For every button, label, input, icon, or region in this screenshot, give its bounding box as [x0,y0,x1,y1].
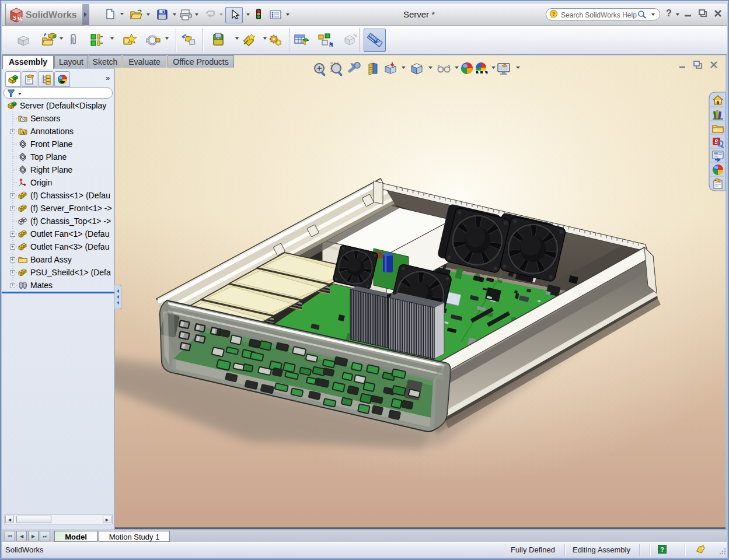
svg-text:W: W [18,16,23,22]
svg-text:?: ? [660,547,664,553]
svg-text:S: S [13,15,17,21]
svg-text:N: N [329,42,333,48]
svg-text:A: A [21,130,25,135]
svg-text:?: ? [552,11,554,17]
